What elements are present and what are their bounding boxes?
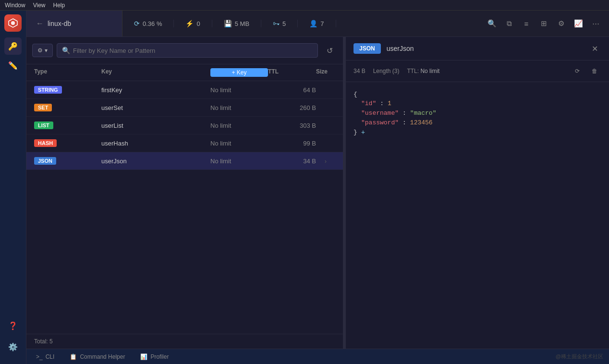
row-size: 34 B [268, 158, 316, 165]
detail-meta: 34 B Length (3) TTL: No limit ⟳ 🗑 [346, 61, 609, 82]
col-size: Size [316, 68, 335, 77]
menu-bar: Window View Help [0, 0, 609, 11]
detail-header: JSON userJson ✕ [346, 37, 609, 61]
clients-icon: 👤 [309, 20, 317, 27]
detail-ttl-value: No limit [420, 68, 439, 74]
detail-actions: ⟳ 🗑 [571, 64, 601, 78]
stat-memory: 💾 5 MB [212, 20, 261, 27]
menu-help[interactable]: Help [53, 2, 65, 9]
row-key: userJson [101, 158, 210, 165]
open-brace: { [353, 91, 357, 98]
json-content: { "id" : 1 🗑 "username" : "macro" [346, 82, 609, 349]
keys-panel: ⚙ ▾ 🔍 ↺ Type Key + Key TTL Size [26, 37, 343, 349]
watermark: @稀土掘金技术社区 [556, 353, 603, 360]
commands-icon: ⚡ [185, 20, 194, 27]
browser-icon[interactable]: 🔍 [484, 16, 499, 31]
sidebar-keys-icon[interactable]: 🔑 [4, 37, 22, 55]
menu-window[interactable]: Window [5, 2, 25, 9]
type-badge-list: LIST [34, 121, 53, 129]
memory-value: 5 MB [235, 20, 249, 27]
type-badge-set: SET [34, 104, 52, 111]
chart-icon[interactable]: 📈 [571, 16, 586, 31]
cpu-value: 0.36 % [143, 20, 162, 27]
db-tab-title: linux-db [48, 20, 71, 27]
filter-button[interactable]: ⚙ ▾ [32, 44, 53, 57]
menu-view[interactable]: View [33, 2, 46, 9]
json-tab[interactable]: JSON [353, 43, 381, 54]
field-id-key: "id" [361, 100, 376, 107]
sidebar-settings-icon[interactable]: ⚙️ [4, 338, 22, 355]
row-ttl: No limit [210, 122, 268, 129]
table-row[interactable]: LIST userList No limit 303 B [26, 117, 343, 134]
row-key: userHash [101, 140, 210, 147]
tab-stats: ⟳ 0.36 % ⚡ 0 💾 5 MB 🗝 5 👤 7 [122, 20, 478, 27]
col-key: Key [101, 68, 210, 77]
app-logo [4, 14, 22, 32]
profiler-tab[interactable]: 📊 Profiler [136, 352, 172, 362]
table-row[interactable]: STRING firstKey No limit 64 B [26, 81, 343, 99]
command-helper-tab[interactable]: 📋 Command Helper [66, 352, 129, 362]
json-field-password: "password" : 123456 🗑 [353, 118, 601, 128]
stat-commands: ⚡ 0 [174, 20, 212, 27]
duplicate-icon[interactable]: ⧉ [501, 16, 517, 31]
table-row[interactable]: SET userSet No limit 260 B [26, 99, 343, 117]
table-header: Type Key + Key TTL Size [26, 64, 343, 81]
json-field-id: "id" : 1 🗑 [353, 99, 601, 109]
json-field-username: "username" : "macro" 🗑 [353, 109, 601, 118]
keys-icon: 🗝 [273, 20, 280, 27]
field-username-value: "macro" [410, 109, 437, 117]
commands-value: 0 [196, 20, 200, 27]
json-open-brace: { [353, 90, 601, 99]
add-key-button[interactable]: + Key [210, 68, 268, 77]
keys-count: 5 [282, 20, 286, 27]
field-password-key: "password" [361, 119, 399, 126]
row-ttl: No limit [210, 104, 268, 111]
db-tab[interactable]: ← linux-db [26, 11, 122, 36]
cli-tab[interactable]: >_ CLI [32, 352, 58, 362]
stat-clients: 👤 7 [298, 20, 336, 27]
search-input[interactable] [73, 47, 313, 54]
row-ttl: No limit [210, 158, 268, 165]
field-password-value: 123456 [410, 119, 433, 126]
sidebar-edit-icon[interactable]: ✏️ [4, 57, 22, 74]
bottom-bar: >_ CLI 📋 Command Helper 📊 Profiler @稀土掘金… [26, 349, 609, 364]
command-helper-label: Command Helper [80, 353, 125, 360]
detail-panel: JSON userJson ✕ 34 B Length (3) TTL: No … [346, 37, 609, 349]
type-badge-hash: HASH [34, 139, 57, 147]
layers-icon[interactable]: ≡ [519, 16, 534, 31]
delete-detail-button[interactable]: 🗑 [588, 64, 601, 78]
row-size: 303 B [268, 122, 316, 129]
keys-table: STRING firstKey No limit 64 B SET userSe… [26, 81, 343, 334]
back-button[interactable]: ← [36, 19, 44, 28]
row-key: userSet [101, 104, 210, 111]
grid-icon[interactable]: ⊞ [536, 16, 551, 31]
keys-toolbar: ⚙ ▾ 🔍 ↺ [26, 37, 343, 64]
json-close-brace: } + [353, 128, 601, 137]
stat-keys: 🗝 5 [261, 20, 298, 27]
search-bar[interactable]: 🔍 [57, 43, 318, 58]
total-bar: Total: 5 [26, 334, 343, 349]
col-ttl: TTL [268, 68, 316, 77]
field-id-value: 1 [388, 100, 391, 107]
svg-point-0 [11, 21, 15, 25]
settings-tab-icon[interactable]: ⚙ [553, 16, 569, 31]
sidebar: 🔑 ✏️ ❓ ⚙️ [0, 11, 26, 364]
refresh-detail-button[interactable]: ⟳ [571, 64, 584, 78]
close-button[interactable]: ✕ [588, 42, 601, 55]
table-row-active[interactable]: JSON userJson No limit 34 B › [26, 152, 343, 170]
row-ttl: No limit [210, 140, 268, 147]
command-helper-icon: 📋 [70, 353, 77, 360]
add-field-button[interactable]: + [361, 129, 365, 136]
filter-chevron: ▾ [45, 47, 48, 54]
tab-bar: ← linux-db ⟳ 0.36 % ⚡ 0 💾 5 MB 🗝 [26, 11, 609, 37]
sidebar-help-icon[interactable]: ❓ [4, 317, 22, 334]
row-size: 260 B [268, 104, 316, 111]
total-label: Total: 5 [34, 338, 53, 345]
memory-icon: 💾 [224, 20, 232, 27]
detail-key-name: userJson [387, 45, 582, 52]
more-icon[interactable]: ⋯ [588, 16, 603, 31]
table-row[interactable]: HASH userHash No limit 99 B [26, 134, 343, 152]
row-size: 64 B [268, 86, 316, 94]
row-key: firstKey [101, 86, 210, 94]
refresh-button[interactable]: ↺ [322, 43, 337, 58]
